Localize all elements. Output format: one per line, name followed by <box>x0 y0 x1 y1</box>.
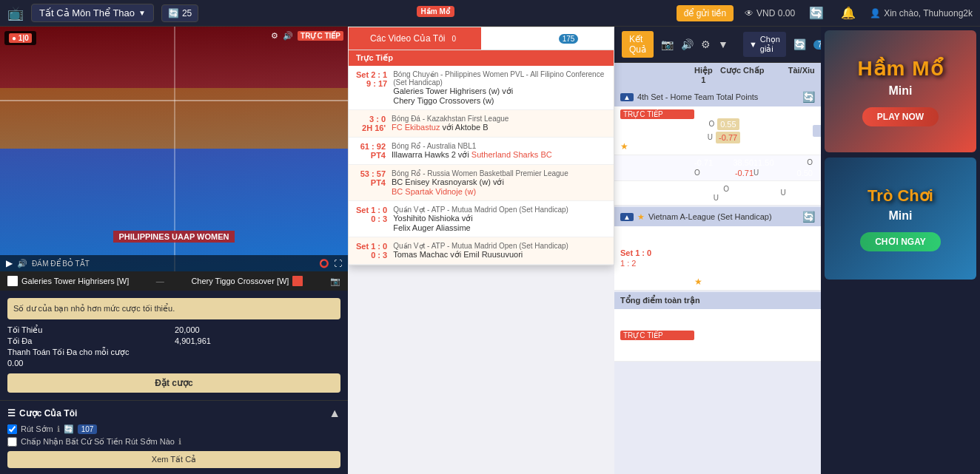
video-bottom-controls: ▶ 🔊 ĐẦM ĐỂ BỎ TẮT ⭕ ⛶ <box>0 255 348 271</box>
bet-panel: Số dư của bạn nhỏ hơn mức cược tối thiểu… <box>0 291 348 400</box>
star-icon[interactable]: ★ <box>620 141 694 152</box>
refresh-results-icon[interactable]: 🔄 <box>793 38 806 50</box>
video-dropdown: Các Video Của Tôi 0 Lịch Trình 175 Trực … <box>348 27 614 265</box>
circle-icon[interactable]: ⭕ <box>319 259 329 268</box>
vs-separator: — <box>156 277 164 285</box>
vn-team1: Tuyen Quan Doi <box>694 229 716 256</box>
list-item[interactable]: Set 1 : 0 0 : 3 Quần Vợt - ATP - Mutua M… <box>349 237 614 265</box>
camera-icon[interactable]: 📷 <box>330 277 340 286</box>
game-score: 0 : 3 <box>356 251 387 260</box>
filter-button[interactable]: ▼ Chọn giải <box>743 32 786 57</box>
tab-my-videos[interactable]: Các Video Của Tôi 0 <box>349 27 481 50</box>
filter-label: Chọn giải <box>760 35 780 54</box>
list-item[interactable]: 3 : 0 2H 16' Bóng Đá - Kazakhstan First … <box>349 110 614 138</box>
live-indicator: ● 1|0 <box>9 33 32 43</box>
item-league: Bóng Rổ - Russia Women Basketball Premie… <box>392 169 606 177</box>
mute-hint: ĐẦM ĐỂ BỎ TẮT <box>32 260 315 268</box>
vn-set-score: Set 1 : 0 <box>620 248 694 257</box>
camera-results-icon[interactable]: 📷 <box>661 38 674 50</box>
play-icon[interactable]: ▶ <box>6 258 13 268</box>
promo-trochoi[interactable]: Trò Chơi Mini Đá Mới Nhất Trò Chơi Mini … <box>825 158 976 280</box>
game-score: 0 : 3 <box>356 214 387 223</box>
set-score: Set 1 : 0 <box>356 242 387 251</box>
tai-row2: U 0.50 <box>754 169 813 177</box>
settings-results-icon[interactable]: ⚙ <box>701 38 711 50</box>
match-info-bar: Galeries Tower Highrisers [W] — Chery Ti… <box>0 271 348 291</box>
collapse-button[interactable]: ▲ <box>329 407 340 420</box>
vn-star[interactable]: ★ <box>694 277 716 287</box>
plus-button[interactable]: + 1 <box>813 125 821 137</box>
item-teams: BC Enisey Krasnoyarsk (w) với <box>392 177 606 187</box>
item-info: Quần Vợt - ATP - Mutua Madrid Open (Set … <box>393 242 606 260</box>
cuoc-o-label: O <box>723 185 729 193</box>
volume-btn[interactable]: 🔊 <box>17 259 27 268</box>
tab-schedule[interactable]: Lịch Trình 175 <box>481 27 614 50</box>
filter-icon: ▼ <box>749 40 757 49</box>
chevron-down-results-icon[interactable]: ▼ <box>718 38 728 50</box>
cuoc-chap-cell: O 0.55 U -0.77 <box>694 118 754 143</box>
cuoc-u-label: U <box>714 194 719 202</box>
expand-button[interactable]: ▲ <box>620 93 634 101</box>
section-header-tong: Tổng điểm toàn trận <box>614 292 821 309</box>
odds-value-2[interactable]: -0.77 <box>716 132 740 143</box>
volume-icon[interactable]: 🔊 <box>283 31 293 41</box>
list-item[interactable]: Set 2 : 1 9 : 17 Bóng Chuyền - Philippin… <box>349 66 614 110</box>
item-league: Quần Vợt - ATP - Mutua Madrid Open (Set … <box>393 206 606 214</box>
item-teams2: BC Spartak Vidnoje (w) <box>392 187 606 196</box>
set-score: 3 : 0 <box>356 115 386 123</box>
odds-label-o: O <box>708 120 714 128</box>
match-group: ▲ 4th Set - Home Team Total Points 🔄 TRỰ… <box>614 87 821 206</box>
bet-button[interactable]: Đặt cược <box>7 373 340 393</box>
cashout-checkbox[interactable] <box>7 424 17 434</box>
cuoc-row2: U 0.80 <box>694 193 754 202</box>
odds-value-1[interactable]: 0.55 <box>717 118 739 130</box>
sport-dropdown[interactable]: Tất Cả Môn Thể Thao ▼ <box>31 4 154 22</box>
odds-row2: U -0.77 <box>708 132 740 143</box>
promo1-title: Hầm Mổ <box>857 56 943 81</box>
promo1-play-button[interactable]: PLAY NOW <box>862 107 939 126</box>
game-score: 2H 16' <box>356 123 386 132</box>
accept-info-icon[interactable]: ℹ <box>178 437 181 447</box>
refresh-cashout-icon[interactable]: 🔄 <box>64 424 74 434</box>
sound-results-icon[interactable]: 🔊 <box>681 38 694 50</box>
info-icon[interactable]: ℹ <box>57 424 60 434</box>
max-value: 4,901,961 <box>175 336 340 346</box>
tai-row3: 0.50 U 0.50 <box>754 189 813 197</box>
list-item[interactable]: 61 : 92 PT4 Bóng Rổ - Australia NBL1 Ill… <box>349 138 614 165</box>
live-badge-row: TRỰC TIẾP <box>620 109 694 119</box>
fullscreen-icon[interactable]: ⛶ <box>334 259 342 268</box>
main-layout: ● 1|0 ⚙ 🔊 TRỰC TIẾP PHILIPPINES UAAP WOM… <box>0 27 980 474</box>
left-panel: ● 1|0 ⚙ 🔊 TRỰC TIẾP PHILIPPINES UAAP WOM… <box>0 27 348 474</box>
vn-game-score: 1 : 2 <box>620 259 694 268</box>
list-item[interactable]: 53 : 57 PT4 Bóng Rổ - Russia Women Baske… <box>349 165 614 201</box>
team-away: Chery Tiggo Crossover [W] <box>191 276 303 286</box>
settings-icon[interactable]: ⚙ <box>271 31 278 41</box>
sport-dropdown-label: Tất Cả Môn Thể Thao <box>39 7 135 18</box>
tai-xiu-cell: 11.50 <box>754 126 813 135</box>
item-info: Quần Vợt - ATP - Mutua Madrid Open (Set … <box>393 206 606 232</box>
team2-name: Kuwait U20 - Under <box>620 131 694 140</box>
header-tai-xiu: Tài/Xiu <box>772 66 821 84</box>
item-teams: FC Ekibastuz với Aktobe B <box>392 123 606 132</box>
accept-checkbox[interactable] <box>7 437 17 447</box>
live-team-cell: TRỰC TIẾP Kuwait U20 - Over Kuwait U20 -… <box>620 109 694 152</box>
tong-teams: Tuyen Quan Doi Ha Noi <box>694 312 716 358</box>
live-badge: TRỰC TIẾP <box>298 31 343 41</box>
chevron-down-icon: ▼ <box>138 9 146 17</box>
o-tai: O <box>807 158 813 167</box>
tai-u-label3: U <box>780 189 785 197</box>
refresh-count: 25 <box>182 8 192 18</box>
refresh-button[interactable]: 🔄 25 <box>161 4 198 22</box>
home-team-icon <box>7 276 18 286</box>
table-row: 12.50 O 0.80 U 0.80 0.50 U <box>614 181 821 206</box>
tab-schedule-label: Lịch Trình <box>517 33 556 44</box>
promo2-play-button[interactable]: CHƠI NGAY <box>860 232 941 251</box>
promo-hammo[interactable]: Hầm Mổ Phi Bóng Toàn Lực Hầm Mổ Mini PLA… <box>825 30 976 152</box>
list-item[interactable]: Set 1 : 0 0 : 3 Quần Vợt - ATP - Mutua M… <box>349 201 614 237</box>
max-pay-label: Thanh Toán Tối Đa cho mỗi cược <box>7 348 340 357</box>
reload-button[interactable]: 🔄 <box>802 91 815 103</box>
results-tab-results[interactable]: Kết Quả <box>622 31 654 58</box>
item-score: 3 : 0 2H 16' <box>356 115 386 132</box>
item-info: Bóng Rổ - Australia NBL1 Illawarra Hawks… <box>392 142 606 160</box>
view-all-button[interactable]: Xem Tất Cả <box>7 451 340 468</box>
